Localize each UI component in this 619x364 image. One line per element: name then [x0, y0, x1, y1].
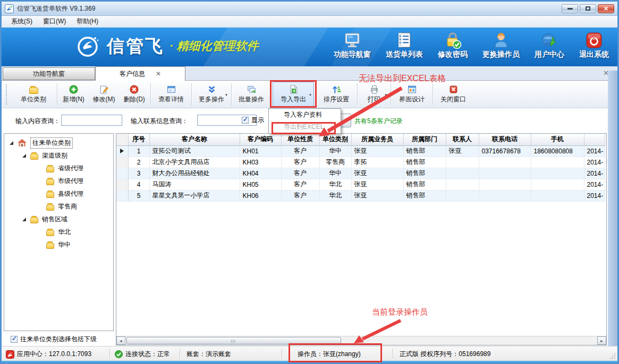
- include-sub-checkbox[interactable]: [11, 336, 18, 343]
- tree-item[interactable]: 华北: [4, 226, 113, 238]
- tree-item[interactable]: 华中: [4, 238, 113, 251]
- tab-customer-info[interactable]: 客户信息✕: [95, 66, 185, 81]
- brand-name: 信管飞: [107, 34, 164, 58]
- toolbar-delete[interactable]: 删除(D): [119, 82, 149, 107]
- restore-button[interactable]: [580, 4, 596, 13]
- col-header[interactable]: 所属业务员: [351, 134, 403, 145]
- tree-item[interactable]: 省级代理: [4, 162, 113, 175]
- table-row[interactable]: 4马国涛KH05客户华北张亚销售部2014-: [116, 179, 605, 190]
- connection-ok-icon: [115, 350, 123, 358]
- col-header[interactable]: 联系人: [446, 134, 479, 145]
- table-row[interactable]: 3财大办公用品经销处KH04客户华中张亚销售部2014-: [116, 168, 605, 179]
- folder-icon: [30, 218, 38, 223]
- header-selector: [116, 134, 128, 145]
- menu-item-export-excel[interactable]: 导出到EXCEL: [269, 121, 341, 133]
- toolbar-ui-design[interactable]: 界面设计: [392, 82, 431, 107]
- col-header[interactable]: 所属部门: [403, 134, 446, 145]
- toolbar-close-window[interactable]: 关闭窗口: [434, 82, 472, 107]
- horizontal-scrollbar[interactable]: ◄ ►: [116, 336, 606, 345]
- toolbar-add[interactable]: 新增(N): [58, 82, 89, 107]
- col-header[interactable]: 单位类别: [319, 134, 351, 145]
- table-row[interactable]: 5星星文具第一小学店KH06客户华北张亚销售部2014-: [116, 190, 605, 201]
- layout-design-icon: [408, 85, 417, 94]
- close-button[interactable]: ✕: [598, 4, 614, 13]
- content-query-input[interactable]: [61, 115, 122, 126]
- tree-item[interactable]: 市级代理: [4, 175, 113, 187]
- toolbar-separator: [231, 83, 232, 106]
- tab-nav-window[interactable]: 功能导航窗: [3, 67, 95, 80]
- col-header[interactable]: 单位性质: [281, 134, 319, 145]
- toolbar-separator: [271, 83, 272, 106]
- row-selector[interactable]: [116, 168, 128, 179]
- row-selector[interactable]: [116, 190, 128, 201]
- col-header[interactable]: 客户名称: [149, 134, 240, 145]
- row-selector[interactable]: [116, 179, 128, 190]
- status-divider: [393, 349, 393, 359]
- delivery-list-icon: [395, 31, 413, 49]
- row-selector[interactable]: [116, 145, 128, 157]
- table-row[interactable]: 2北京小学文具用品店KH03客户零售商李拓销售部2014-: [116, 157, 605, 168]
- banner-action-exit[interactable]: 退出系统: [579, 31, 609, 59]
- col-header[interactable]: 序号: [128, 134, 149, 145]
- folder-icon: [30, 154, 38, 160]
- show-checkbox[interactable]: [242, 117, 249, 124]
- category-tree: 往来单位类别 渠道级别 省级代理 市级代理 县级代理 零售商 销售区域 华北 华…: [4, 133, 114, 331]
- menu-help[interactable]: 帮助(H): [71, 16, 104, 27]
- resize-grip[interactable]: [609, 353, 616, 359]
- delete-icon: [130, 85, 139, 94]
- scroll-right-icon[interactable]: ►: [597, 336, 606, 345]
- tree-item[interactable]: 销售区域: [4, 213, 113, 226]
- banner-action-switch-operator[interactable]: 更换操作员: [482, 31, 520, 59]
- folder-icon: [46, 167, 54, 172]
- toolbar-separator: [57, 83, 57, 106]
- col-header[interactable]: [584, 134, 605, 145]
- tree-item[interactable]: 渠道级别: [4, 149, 113, 162]
- expander-icon[interactable]: [22, 153, 27, 158]
- row-selector[interactable]: [116, 157, 128, 168]
- col-header[interactable]: 手机: [531, 134, 584, 145]
- detail-window-icon: [167, 85, 176, 94]
- folder-icon: [46, 230, 54, 236]
- app-window: 信管飞送货单软件 V9.1.369 ✕ 系统(S) 窗口(W) 帮助(H) 信管…: [0, 0, 619, 364]
- toolbar-batch-actions[interactable]: 批量操作: [233, 82, 270, 107]
- table-row[interactable]: 1亚拓公司测试KH01客户华中张亚销售部张亚037166786781860808…: [116, 145, 605, 157]
- banner-action-delivery-list[interactable]: 送货单列表: [386, 31, 423, 59]
- status-divider: [282, 349, 282, 359]
- banner-action-nav[interactable]: 功能导航窗: [334, 31, 371, 59]
- toolbar-separator: [357, 83, 358, 106]
- status-bar: 应用中心：127.0.0.1:7093 连接状态：正常 账套：演示账套 操作员：…: [2, 346, 617, 361]
- toolbar-grip[interactable]: [6, 84, 7, 105]
- minimize-icon: [567, 8, 573, 10]
- toolbar-view-detail[interactable]: 查看详情: [152, 82, 190, 107]
- scroll-left-icon[interactable]: ◄: [116, 336, 125, 345]
- toolbar-more-actions[interactable]: 更多操作: [193, 82, 230, 107]
- tree-item-root[interactable]: 往来单位类别: [4, 136, 113, 149]
- toolbar-sort-settings[interactable]: 排序设置: [317, 82, 356, 107]
- toolbar-import-export[interactable]: 导入导出: [273, 82, 314, 107]
- printer-icon: [370, 85, 379, 94]
- toolbar-unit-category[interactable]: 单位类别: [11, 82, 56, 107]
- folder-icon: [46, 243, 54, 249]
- expander-icon[interactable]: [9, 141, 14, 145]
- scrollbar-thumb[interactable]: [126, 337, 341, 344]
- tab-close-icon[interactable]: ✕: [156, 70, 161, 77]
- menu-window[interactable]: 窗口(W): [38, 16, 71, 27]
- toolbar-separator: [150, 83, 151, 106]
- col-header[interactable]: 联系电话: [479, 134, 531, 145]
- menu-item-import-customers[interactable]: 导入客户资料: [269, 109, 341, 121]
- current-row-icon: [120, 149, 124, 153]
- folder-icon: [46, 179, 54, 185]
- col-header[interactable]: 客户编码: [240, 134, 281, 145]
- toolbar-edit[interactable]: 修改(M): [89, 82, 119, 107]
- banner-action-change-password[interactable]: 修改密码: [438, 31, 468, 59]
- tree-item[interactable]: 县级代理: [4, 187, 113, 200]
- toolbar-separator: [315, 83, 316, 106]
- title-bar: 信管飞送货单软件 V9.1.369 ✕: [2, 2, 617, 16]
- customer-grid-panel: 序号 客户名称 客户编码 单位性质 单位类别 所属业务员 所属部门 联系人 联系…: [116, 133, 607, 345]
- minimize-button[interactable]: [562, 4, 578, 13]
- toolbar-print[interactable]: 打印: [359, 82, 389, 107]
- expander-icon[interactable]: [22, 217, 27, 222]
- menu-system[interactable]: 系统(S): [6, 16, 38, 27]
- banner-action-user-center[interactable]: 用户中心: [535, 31, 564, 59]
- tree-item[interactable]: 零售商: [4, 200, 113, 213]
